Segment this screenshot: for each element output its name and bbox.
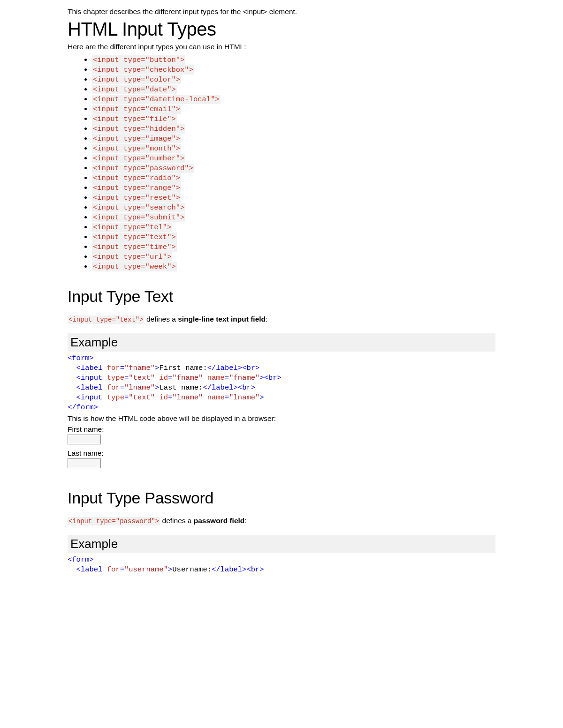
code-block-password-example: <form> <label for="username">Username:</… (68, 555, 495, 575)
inline-code: <input type="reset"> (92, 193, 181, 203)
example-heading: Example (68, 333, 495, 352)
inline-code: <input type="color"> (92, 75, 181, 84)
example-heading: Example (68, 535, 495, 553)
inline-code: <input type="password"> (92, 164, 194, 173)
intro-text: This chapter describes the different inp… (68, 7, 495, 17)
list-item: <input type="reset"> (92, 193, 495, 203)
browser-note: This is how the HTML code above will be … (68, 413, 495, 424)
inline-code: <input type="hidden"> (92, 124, 185, 134)
inline-code: <input type="url"> (92, 252, 172, 262)
list-item: <input type="url"> (92, 252, 495, 262)
inline-code: <input type="email"> (92, 105, 181, 114)
inline-code: <input type="time"> (92, 242, 177, 252)
list-item: <input type="submit"> (92, 213, 495, 222)
list-item: <input type="number"> (92, 154, 495, 163)
inline-code: <input type="file"> (92, 114, 177, 124)
list-item: <input type="month"> (92, 144, 495, 153)
inline-code: <input type="submit"> (92, 213, 185, 222)
inline-code: <input type="week"> (92, 262, 177, 271)
section-password-desc: <input type="password"> defines a passwo… (68, 516, 495, 526)
list-item: <input type="text"> (92, 233, 495, 242)
inline-code: <input type="image"> (92, 134, 181, 143)
input-types-list: <input type="button"><input type="checkb… (68, 55, 495, 271)
first-name-label: First name: (68, 425, 104, 433)
list-item: <input type="password"> (92, 164, 495, 173)
inline-code: <input type="text"> (92, 233, 177, 242)
list-item: <input type="range"> (92, 183, 495, 193)
inline-code: <input type="tel"> (92, 223, 172, 232)
last-name-input[interactable] (68, 458, 101, 468)
section-heading-password: Input Type Password (68, 489, 495, 507)
inline-code: <input type="range"> (92, 183, 181, 193)
inline-code: <input type="text"> (68, 315, 145, 324)
inline-code: <input type="checkbox"> (92, 65, 194, 75)
last-name-label: Last name: (68, 449, 104, 457)
list-item: <input type="image"> (92, 134, 495, 143)
inline-code: <input type="search"> (92, 203, 185, 212)
list-item: <input type="file"> (92, 114, 495, 124)
inline-code: <input type="button"> (92, 55, 185, 65)
list-item: <input type="button"> (92, 55, 495, 65)
list-item: <input type="time"> (92, 242, 495, 252)
inline-code: <input type="datetime-local"> (92, 95, 221, 104)
list-item: <input type="week"> (92, 262, 495, 271)
first-name-input[interactable] (68, 435, 101, 444)
list-item: <input type="email"> (92, 105, 495, 114)
inline-code: <input type="radio"> (92, 173, 181, 183)
section-text-desc: <input type="text"> defines a single-lin… (68, 314, 495, 325)
inline-code: <input type="month"> (92, 144, 181, 153)
list-item: <input type="color"> (92, 75, 495, 84)
inline-code: <input type="date"> (92, 85, 177, 94)
rendered-form: First name: Last name: (68, 425, 495, 473)
list-item: <input type="radio"> (92, 173, 495, 183)
inline-code: <input type="password"> (68, 517, 160, 525)
list-item: <input type="checkbox"> (92, 65, 495, 75)
code-block-text-example: <form> <label for="fname">First name:</l… (68, 353, 495, 413)
list-item: <input type="tel"> (92, 223, 495, 232)
lead-text: Here are the different input types you c… (68, 42, 495, 52)
list-item: <input type="datetime-local"> (92, 95, 495, 104)
section-heading-text: Input Type Text (68, 287, 495, 306)
list-item: <input type="search"> (92, 203, 495, 212)
list-item: <input type="date"> (92, 85, 495, 94)
inline-code: <input type="number"> (92, 154, 185, 163)
page-title: HTML Input Types (68, 19, 495, 40)
list-item: <input type="hidden"> (92, 124, 495, 134)
